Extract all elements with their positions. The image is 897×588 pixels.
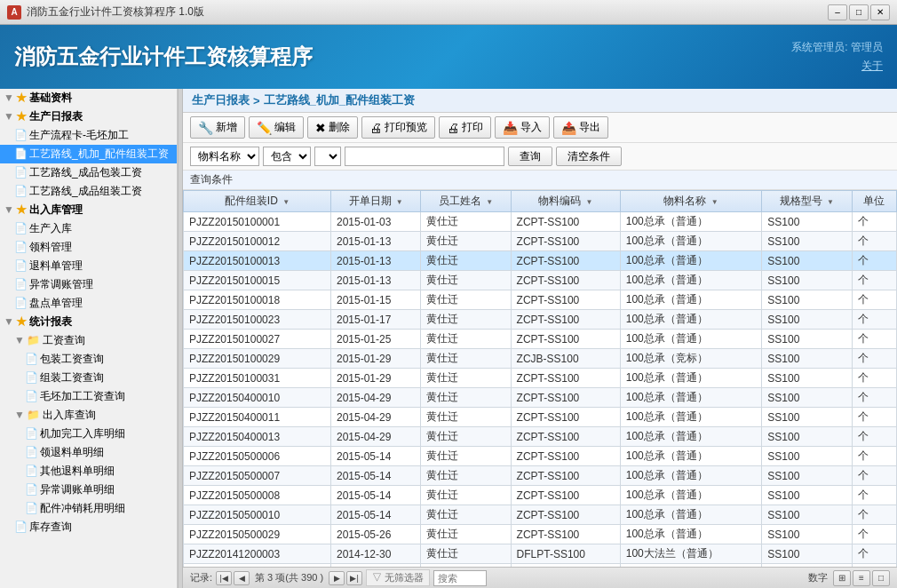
table-row[interactable]: PJZZ201501000272015-01-25黄仕迁ZCPT-SS10010… xyxy=(184,330,897,349)
view-table-button[interactable]: ⊞ xyxy=(833,570,851,586)
doc-icon: 📄 xyxy=(14,185,28,197)
clear-button[interactable]: 清空条件 xyxy=(556,147,622,166)
import-button[interactable]: 📥 导入 xyxy=(495,116,550,139)
sidebar-item-material-detail[interactable]: 📄领退料单明细 xyxy=(0,443,177,462)
sidebar-item-inventory-query[interactable]: 📄库存查询 xyxy=(0,518,177,536)
cell-material-name: 100总承（普通） xyxy=(620,310,762,330)
sidebar-item-basics[interactable]: ▼★ 基础资料 xyxy=(0,89,177,107)
cell-material-name: 100总承（普通） xyxy=(620,271,762,290)
sidebar-item-material-management[interactable]: 📄领料管理 xyxy=(0,238,177,257)
table-row[interactable]: PJZZ201505000102015-05-14黄仕迁ZCPT-SS10010… xyxy=(184,505,897,525)
print-button[interactable]: 🖨 打印 xyxy=(439,116,491,139)
title-bar-controls[interactable]: – □ ✕ xyxy=(828,4,890,20)
edit-button[interactable]: ✏️ 编辑 xyxy=(249,116,304,139)
search-field-dropdown[interactable]: 物料名称 xyxy=(190,147,259,166)
view-buttons[interactable]: ⊞ ≡ □ xyxy=(833,570,890,586)
sidebar-item-production-reports[interactable]: ▼★ 生产日报表 xyxy=(0,107,177,126)
sidebar-item-assembly-salary[interactable]: 📄组装工资查询 xyxy=(0,369,177,387)
sidebar-item-machining-detail[interactable]: 📄机加完工入库明细 xyxy=(0,425,177,443)
table-row[interactable]: PJZZ201501000122015-01-13黄仕迁ZCPT-SS10010… xyxy=(184,232,897,251)
sidebar-item-salary-query[interactable]: ▼📁 工资查询 xyxy=(0,331,177,350)
view-detail-button[interactable]: □ xyxy=(872,570,890,586)
table-row[interactable]: PJZZ201505000082015-05-14黄仕迁ZCPT-SS10010… xyxy=(184,486,897,505)
sidebar-item-packing-salary[interactable]: 📄包装工资查询 xyxy=(0,350,177,369)
sidebar-item-production-flow[interactable]: 📄生产流程卡-毛坯加工 xyxy=(0,126,177,145)
col-header-material-name[interactable]: 物料名称 ▼ xyxy=(620,191,762,212)
expand-icon: ▼ xyxy=(14,409,25,421)
next-record-button[interactable]: ▶ xyxy=(329,571,345,585)
sidebar-item-abnormal-management[interactable]: 📄异常调账管理 xyxy=(0,275,177,294)
sidebar[interactable]: ▼★ 基础资料▼★ 生产日报表📄生产流程卡-毛坯加工📄工艺路线_机加_配件组装工… xyxy=(0,89,178,588)
cell-material-code: ZCPT-SS100 xyxy=(511,251,620,271)
sidebar-item-stats-reports[interactable]: ▼★ 统计报表 xyxy=(0,313,177,331)
status-search-input[interactable] xyxy=(433,570,487,586)
cell-unit: 个 xyxy=(852,408,896,427)
cell-unit: 个 xyxy=(852,310,896,330)
minimize-button[interactable]: – xyxy=(828,4,847,20)
col-header-material-code[interactable]: 物料编码 ▼ xyxy=(511,191,620,212)
sidebar-item-other-return[interactable]: 📄其他退料单明细 xyxy=(0,462,177,481)
cell-assembly-id: PJZZ20150100013 xyxy=(184,251,331,271)
table-container[interactable]: 配件组装ID ▼ 开单日期 ▼ 员工姓名 ▼ 物料编码 ▼ 物料名称 ▼ 规格型… xyxy=(183,190,897,567)
view-list-button[interactable]: ≡ xyxy=(853,570,870,586)
search-condition-dropdown[interactable]: 包含 xyxy=(263,147,311,166)
title-bar-left: A 消防五金行业计件工资核算程序 1.0版 xyxy=(7,4,204,20)
nav-buttons[interactable]: |◀ ◀ 第 3 项(共 390 ) ▶ ▶| xyxy=(216,571,362,585)
table-row[interactable]: PJZZ201501000152015-01-13黄仕迁ZCPT-SS10010… xyxy=(184,271,897,290)
cell-spec: SS100 xyxy=(762,271,852,290)
sidebar-item-production-warehouse[interactable]: 📄生产入库 xyxy=(0,219,177,238)
col-header-assembly-id[interactable]: 配件组装ID ▼ xyxy=(184,191,331,212)
cell-open-date: 2015-05-14 xyxy=(330,505,420,525)
prev-record-button[interactable]: ◀ xyxy=(234,571,250,585)
delete-button[interactable]: ✖ 删除 xyxy=(307,116,358,139)
table-row[interactable]: PJZZ201504000132015-04-29黄仕迁ZCPT-SS10010… xyxy=(184,427,897,447)
table-row[interactable]: PJZZ201501000232015-01-17黄仕迁ZCPT-SS10010… xyxy=(184,310,897,330)
sidebar-item-process-group[interactable]: 📄工艺路线_成品组装工资 xyxy=(0,182,177,201)
print-preview-button[interactable]: 🖨 打印预览 xyxy=(361,116,435,139)
cell-material-name: 100总承（竞标） xyxy=(620,349,762,369)
cell-assembly-id: PJZZ20150100001 xyxy=(184,212,331,232)
table-row[interactable]: PJZZ201505000072015-05-14黄仕迁ZCPT-SS10010… xyxy=(184,466,897,486)
sidebar-item-process-assembly[interactable]: 📄工艺路线_机加_配件组装工资 xyxy=(0,145,177,163)
sidebar-item-process-packing[interactable]: 📄工艺路线_成品包装工资 xyxy=(0,163,177,182)
sidebar-item-stocktake-management[interactable]: 📄盘点单管理 xyxy=(0,294,177,313)
table-row[interactable]: PJZZ201505000292015-05-26黄仕迁ZCPT-SS10010… xyxy=(184,525,897,544)
search-value-dropdown[interactable] xyxy=(314,147,341,166)
table-row[interactable]: PJZZ201501000012015-01-03黄仕迁ZCPT-SS10010… xyxy=(184,212,897,232)
sidebar-item-warehouse-query[interactable]: ▼📁 出入库查询 xyxy=(0,406,177,425)
sidebar-item-blank-salary[interactable]: 📄毛坯加工工资查询 xyxy=(0,387,177,406)
table-row[interactable]: PJZZ201504000112015-04-29黄仕迁ZCPT-SS10010… xyxy=(184,408,897,427)
query-button[interactable]: 查询 xyxy=(508,147,552,166)
sidebar-item-return-management[interactable]: 📄退料单管理 xyxy=(0,257,177,275)
cell-spec: SS100 xyxy=(762,486,852,505)
doc-icon: 📄 xyxy=(14,297,28,309)
export-button[interactable]: 📤 导出 xyxy=(553,116,608,139)
maximize-button[interactable]: □ xyxy=(849,4,869,20)
cell-unit: 个 xyxy=(852,290,896,310)
sidebar-item-abnormal-detail[interactable]: 📄异常调账单明细 xyxy=(0,481,177,499)
col-header-employee[interactable]: 员工姓名 ▼ xyxy=(421,191,511,212)
col-header-open-date[interactable]: 开单日期 ▼ xyxy=(330,191,420,212)
cell-material-name: 100总承（普通） xyxy=(620,427,762,447)
sidebar-item-parts-detail[interactable]: 📄配件冲销耗用明细 xyxy=(0,499,177,518)
sidebar-item-warehouse-mgmt[interactable]: ▼★ 出入库管理 xyxy=(0,201,177,219)
cell-spec: SS100 xyxy=(762,408,852,427)
table-row[interactable]: PJZZ201504000102015-04-29黄仕迁ZCPT-SS10010… xyxy=(184,388,897,408)
table-row[interactable]: PJZZ201501000132015-01-13黄仕迁ZCPT-SS10010… xyxy=(184,251,897,271)
search-input[interactable] xyxy=(345,147,504,166)
col-header-unit[interactable]: 单位 xyxy=(852,191,896,212)
table-row[interactable]: PJZZ201505000062015-05-14黄仕迁ZCPT-SS10010… xyxy=(184,447,897,466)
close-button[interactable]: ✕ xyxy=(870,4,890,20)
last-record-button[interactable]: ▶| xyxy=(346,571,362,585)
cell-material-code: ZCPT-SS100 xyxy=(511,212,620,232)
add-button[interactable]: 🔧 新增 xyxy=(190,116,245,139)
breadcrumb-root[interactable]: 生产日报表 xyxy=(192,92,250,108)
col-header-spec[interactable]: 规格型号 ▼ xyxy=(762,191,852,212)
table-row[interactable]: PJZZ201501000292015-01-29黄仕迁ZCJB-SS10010… xyxy=(184,349,897,369)
table-row[interactable]: PJZZ201501000182015-01-15黄仕迁ZCPT-SS10010… xyxy=(184,290,897,310)
about-link[interactable]: 关于 xyxy=(861,59,883,74)
first-record-button[interactable]: |◀ xyxy=(216,571,232,585)
cell-employee: 黄仕迁 xyxy=(421,251,511,271)
table-row[interactable]: PJZZ201501000312015-01-29黄仕迁ZCPT-SS10010… xyxy=(184,369,897,388)
table-row[interactable]: PJZZ201412000032014-12-30黄仕迁DFLPT-SS1001… xyxy=(184,544,897,564)
